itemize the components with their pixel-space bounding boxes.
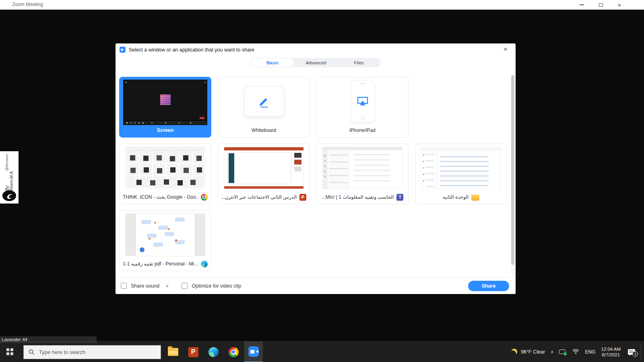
grid-spacer (415, 77, 507, 138)
taskbar-powerpoint-button[interactable]: P (184, 341, 202, 362)
tile-label: الدرس الثاني الاجتماعات عبر الانترن... P (221, 192, 306, 202)
tab-basic[interactable]: Basic (251, 58, 294, 67)
powerpoint-window-thumbnail (224, 147, 304, 189)
diagram-node (140, 247, 144, 252)
whiteboard-card (244, 86, 284, 116)
weather-widget[interactable]: 96°F Clear (511, 349, 545, 355)
windows-logo-icon (6, 348, 13, 355)
tab-bar: Basic Advanced Files (251, 58, 380, 67)
watermark-logo-icon (2, 190, 16, 201)
tab-advanced[interactable]: Advanced (295, 58, 338, 67)
show-desktop-separator[interactable] (641, 344, 641, 360)
share-sound-label: Share sound (131, 283, 159, 289)
optimize-video-label: Optimize for video clip (192, 283, 241, 289)
tile-chrome-window[interactable]: THINK .ICON - بحث Google - Goo... (119, 144, 211, 204)
message-lines-preview (353, 153, 398, 181)
taskbar-chrome-button[interactable] (224, 341, 243, 362)
tile-folder-window[interactable]: الوحده الثانيه (415, 144, 507, 204)
start-button[interactable] (0, 341, 19, 362)
taskbar-search[interactable] (23, 345, 161, 359)
share-sound-checkbox[interactable] (121, 283, 127, 289)
watermark-text: By: Reem.M.A @Mrsreem (5, 154, 14, 190)
system-tray: 96°F Clear ∧ ENG 12:04 AM 8/7/2021 3 (511, 341, 644, 362)
iphone-thumbnail (317, 77, 408, 125)
tile-label: 1-1 تقنيه رقميه pdf - Personal - Mi... (123, 259, 208, 269)
phone-outline (351, 80, 374, 122)
clock-time: 12:04 AM (601, 346, 621, 352)
moon-icon (510, 348, 518, 355)
teams-icon: T (396, 194, 403, 201)
tile-label-text: THINK .ICON - بحث Google - Goo... (123, 194, 198, 200)
whiteboard-thumbnail (218, 77, 310, 125)
tile-iphone-ipad[interactable]: iPhone/iPad (316, 77, 409, 138)
powerpoint-icon: P (188, 347, 198, 357)
notification-badge: 3 (632, 351, 638, 357)
chrome-icon (229, 347, 239, 357)
search-input[interactable] (39, 349, 144, 355)
taskbar: P 96°F Clear ∧ ENG (0, 341, 644, 362)
edge-window-thumbnail (125, 214, 205, 256)
share-dialog: Select a window or an application that y… (116, 43, 516, 294)
nav-pane-preview (421, 151, 437, 189)
screen-thumbnail (123, 80, 207, 125)
close-button[interactable]: × (614, 0, 625, 10)
slide-rail-preview (294, 153, 301, 158)
maximize-button[interactable] (596, 0, 606, 10)
tile-edge-window[interactable]: 1-1 تقنيه رقميه pdf - Personal - Mi... (119, 210, 211, 271)
taskbar-file-explorer-button[interactable] (164, 341, 182, 362)
tile-label-text: 1-1 تقنيه رقميه pdf - Personal - Mi... (123, 261, 198, 267)
chrome-window-thumbnail (125, 147, 205, 189)
taskbar-edge-button[interactable] (204, 341, 223, 362)
wifi-icon[interactable] (572, 349, 579, 354)
show-hidden-icons-chevron-icon[interactable]: ∧ (551, 350, 553, 354)
share-source-grid: Screen Whiteboard (119, 77, 507, 271)
language-indicator[interactable]: ENG (585, 349, 595, 355)
tile-whiteboard[interactable]: Whiteboard (218, 77, 310, 138)
window-title: Zoom Meeting (12, 2, 43, 7)
action-center-button[interactable]: 3 (628, 349, 635, 355)
tile-label-text: Screen (157, 128, 174, 133)
watermark-line2: @Mrsreem (5, 154, 14, 171)
dialog-footer: Share sound ∨ Optimize for video clip Sh… (116, 277, 516, 294)
thumbnail-taskbar-dots (126, 122, 128, 123)
minimize-icon (580, 4, 584, 5)
zoom-icon (248, 346, 259, 357)
optimize-video-checkbox[interactable] (182, 283, 188, 289)
teams-window-thumbnail (322, 147, 402, 189)
wallpaper-name-label: Lavander 44 (0, 336, 97, 343)
camera-icon (120, 47, 126, 53)
taskbar-zoom-button[interactable] (244, 341, 263, 362)
maximize-icon (599, 3, 603, 7)
image-grid-preview (126, 152, 204, 188)
tile-label-text: الدرس الثاني الاجتماعات عبر الانترن... (221, 194, 297, 200)
folder-icon (471, 195, 479, 201)
tile-label-text: iPhone/iPad (349, 128, 376, 133)
tile-teams-window[interactable]: الحاسب وتقنيه المعلومات 1 | Micr... T (316, 144, 409, 204)
tile-label: THINK .ICON - بحث Google - Goo... (123, 192, 208, 202)
tile-screen[interactable]: Screen (119, 77, 211, 138)
dialog-close-button[interactable]: × (501, 45, 510, 54)
weather-text: 96°F Clear (521, 349, 545, 355)
share-sound-dropdown-chevron-icon[interactable]: ∨ (166, 284, 169, 288)
taskbar-clock[interactable]: 12:04 AM 8/7/2021 (601, 346, 621, 358)
pencil-icon (257, 94, 271, 109)
file-explorer-icon (168, 348, 178, 356)
tile-powerpoint-window[interactable]: الدرس الثاني الاجتماعات عبر الانترن... P (218, 144, 310, 204)
thumbnail-end-button (200, 117, 204, 119)
scrollbar-thumb[interactable] (511, 75, 514, 265)
share-button[interactable]: Share (468, 281, 509, 291)
tab-files[interactable]: Files (337, 58, 380, 67)
chat-list-preview (327, 150, 350, 189)
clock-date: 8/7/2021 (602, 352, 620, 358)
search-icon (29, 349, 35, 355)
screen-share-tray-icon[interactable] (559, 350, 566, 354)
minimize-button[interactable] (576, 0, 587, 10)
wallpaper-preview (160, 95, 171, 105)
explorer-window-thumbnail (421, 147, 501, 189)
tile-label: iPhone/iPad (320, 125, 405, 136)
tile-label-text: Whiteboard (252, 128, 276, 133)
meeting-background: By: Reem.M.A @Mrsreem Select a window or… (0, 10, 644, 341)
dialog-title: Select a window or an application that y… (129, 47, 254, 53)
powerpoint-icon: P (299, 194, 306, 201)
file-list-preview (440, 153, 497, 186)
